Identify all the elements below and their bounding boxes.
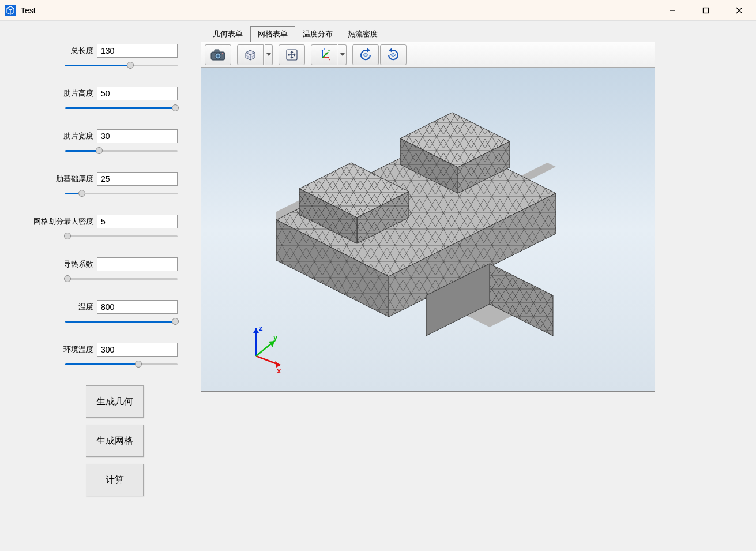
svg-point-9	[222, 53, 223, 54]
param-input[interactable]	[97, 300, 178, 314]
param-label: 网格划分最大密度	[33, 216, 93, 227]
param-input[interactable]	[97, 44, 178, 58]
param-row: 温度	[0, 300, 178, 327]
axes-triad-button[interactable]: z y x	[311, 44, 337, 65]
pan-icon	[285, 48, 299, 62]
svg-text:x: x	[329, 58, 330, 61]
camera-icon	[210, 48, 226, 61]
tabs: 几何表单网格表单温度分布热流密度	[201, 25, 756, 42]
param-slider[interactable]	[65, 103, 178, 113]
svg-text:y: y	[328, 49, 330, 53]
mesh-rendering: z x y	[201, 68, 656, 389]
param-row: 导热系数	[0, 257, 178, 284]
param-slider[interactable]	[65, 145, 178, 156]
svg-text:z: z	[324, 47, 325, 51]
param-row: 网格划分最大密度	[0, 215, 178, 241]
rotate-cw-button[interactable]	[380, 44, 407, 65]
app-icon	[5, 5, 16, 16]
close-button[interactable]	[723, 0, 756, 21]
axes-triad-icon: z y x	[317, 47, 332, 62]
cube-view-icon	[243, 47, 258, 62]
param-slider[interactable]	[65, 273, 178, 284]
svg-rect-2	[704, 8, 709, 13]
rotate-ccw-icon	[358, 47, 373, 62]
viewport-toolbar: z y x	[201, 42, 655, 68]
param-input[interactable]	[97, 257, 178, 271]
param-slider[interactable]	[65, 60, 178, 70]
param-label: 环境温度	[63, 344, 93, 355]
param-row: 肋基础厚度	[0, 172, 178, 198]
param-slider[interactable]	[65, 188, 178, 198]
cube-view-dropdown[interactable]	[265, 44, 273, 65]
cube-view-button[interactable]	[237, 44, 264, 65]
tab[interactable]: 热流密度	[340, 26, 385, 42]
param-slider[interactable]	[65, 359, 178, 369]
param-label: 导热系数	[63, 259, 93, 269]
pan-button[interactable]	[279, 44, 305, 65]
svg-text:z: z	[259, 324, 263, 332]
svg-rect-6	[215, 50, 219, 53]
rotate-ccw-button[interactable]	[352, 44, 379, 65]
param-input[interactable]	[97, 172, 178, 186]
param-label: 总长度	[71, 46, 93, 56]
param-row: 总长度	[0, 44, 178, 70]
3d-viewport[interactable]: z x y	[201, 68, 655, 391]
rotate-cw-icon	[386, 47, 401, 62]
svg-text:y: y	[273, 333, 278, 342]
axis-triad: z x y	[253, 324, 281, 375]
param-input[interactable]	[97, 343, 178, 357]
compute-button[interactable]: 计算	[86, 464, 144, 496]
tab[interactable]: 网格表单	[250, 26, 295, 42]
param-input[interactable]	[97, 129, 178, 143]
window-title: Test	[21, 6, 36, 15]
param-label: 肋基础厚度	[56, 174, 93, 184]
param-label: 肋片宽度	[63, 131, 93, 141]
generate-geometry-button[interactable]: 生成几何	[86, 385, 144, 418]
param-slider[interactable]	[65, 316, 178, 327]
param-row: 环境温度	[0, 343, 178, 369]
param-row: 肋片高度	[0, 87, 178, 113]
tab[interactable]: 几何表单	[205, 26, 250, 42]
param-slider[interactable]	[65, 231, 178, 241]
parameter-panel: 总长度 肋片高度 肋片宽度 肋基础厚度	[0, 21, 201, 551]
axes-dropdown[interactable]	[338, 44, 347, 65]
param-input[interactable]	[97, 87, 178, 100]
param-input[interactable]	[97, 215, 178, 228]
svg-point-8	[217, 54, 220, 57]
minimize-button[interactable]	[656, 0, 689, 21]
camera-button[interactable]	[205, 44, 231, 65]
param-row: 肋片宽度	[0, 129, 178, 156]
titlebar: Test	[0, 0, 756, 21]
tab[interactable]: 温度分布	[295, 26, 340, 42]
generate-mesh-button[interactable]: 生成网格	[86, 425, 144, 457]
svg-text:x: x	[277, 366, 281, 375]
maximize-button[interactable]	[689, 0, 723, 21]
param-label: 温度	[78, 302, 93, 312]
param-label: 肋片高度	[63, 88, 93, 99]
